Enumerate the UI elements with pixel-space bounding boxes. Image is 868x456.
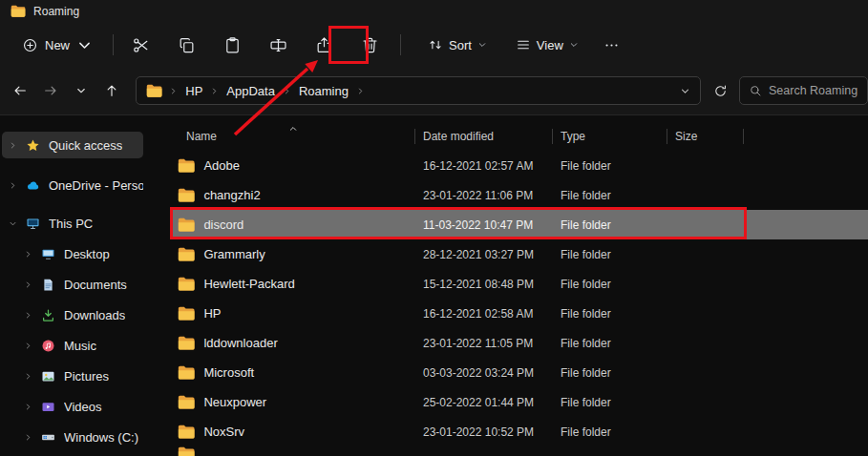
chevron-right-icon xyxy=(23,433,32,442)
column-header-label: Size xyxy=(675,130,697,143)
folder-icon xyxy=(178,247,195,261)
file-row-changzhi2[interactable]: changzhi223-01-2022 11:06 PMFile folder xyxy=(172,180,868,210)
more-options-button[interactable] xyxy=(598,30,626,60)
file-row-microsoft[interactable]: Microsoft03-03-2022 03:24 PMFile folder xyxy=(172,358,868,387)
breadcrumb-hp[interactable]: HP xyxy=(184,84,203,98)
folder-icon xyxy=(178,277,195,291)
sidebar-item-music[interactable]: Music xyxy=(17,332,159,359)
sort-button[interactable]: Sort xyxy=(420,29,495,61)
chevron-right-icon xyxy=(23,280,32,289)
chevron-down-icon xyxy=(477,40,487,50)
file-row-noxsrv[interactable]: NoxSrv23-01-2022 10:52 PMFile folder xyxy=(172,417,868,446)
file-name-cell: NoxSrv xyxy=(172,425,415,439)
sidebar-item-desktop[interactable]: Desktop xyxy=(17,240,159,267)
sidebar-item-downloads[interactable]: Downloads xyxy=(17,301,159,328)
share-icon xyxy=(315,36,333,54)
file-type: File folder xyxy=(553,425,667,439)
sidebar-tree: Quick accessOneDrive - PersorThis PCDesk… xyxy=(0,132,170,450)
file-row-adobe[interactable]: Adobe16-12-2021 02:57 AMFile folder xyxy=(172,151,868,180)
file-name-cell: Neuxpower xyxy=(172,395,415,409)
file-name: changzhi2 xyxy=(203,188,260,202)
chevron-right-icon xyxy=(283,87,291,95)
file-row-hewlett-packard[interactable]: Hewlett-Packard15-12-2021 08:48 PMFile f… xyxy=(172,269,868,299)
chevron-right-icon xyxy=(23,342,32,350)
sidebar-item-label: Music xyxy=(64,339,96,353)
file-type: File folder xyxy=(553,218,667,232)
rename-button[interactable] xyxy=(263,30,293,60)
file-row-discord[interactable]: discord11-03-2022 10:47 PMFile folder xyxy=(172,210,868,239)
file-name-cell: Hewlett-Packard xyxy=(172,277,415,291)
column-header-label: Name xyxy=(186,130,217,143)
drive-icon xyxy=(41,430,55,445)
chevron-down-icon xyxy=(8,219,17,228)
file-row-neuxpower[interactable]: Neuxpower25-02-2022 01:44 PMFile folder xyxy=(172,387,868,417)
column-header-label: Type xyxy=(561,130,585,143)
delete-button[interactable] xyxy=(354,30,385,60)
toolbar-separator xyxy=(400,34,401,55)
refresh-icon xyxy=(713,84,728,98)
file-name: HP xyxy=(203,306,221,321)
up-button[interactable] xyxy=(99,78,124,103)
sort-ascending-icon xyxy=(288,124,298,134)
command-toolbar: New Sort View xyxy=(0,23,868,67)
back-button[interactable] xyxy=(8,78,32,103)
file-name-cell: Microsoft xyxy=(172,365,415,380)
file-name-cell: Grammarly xyxy=(172,247,415,261)
view-button[interactable]: View xyxy=(508,29,586,61)
document-icon xyxy=(41,278,55,292)
cut-button[interactable] xyxy=(125,30,156,60)
file-date: 16-12-2021 02:58 AM xyxy=(415,307,553,321)
search-box[interactable] xyxy=(739,76,868,105)
sidebar-item-label: This PC xyxy=(49,217,93,231)
paste-button[interactable] xyxy=(217,30,247,60)
file-date: 23-01-2022 10:52 PM xyxy=(415,425,553,439)
breadcrumb-appdata[interactable]: AppData xyxy=(225,84,276,98)
navigation-bar: HP AppData Roaming xyxy=(0,67,868,115)
sidebar-item-windows-c[interactable]: Windows (C:) xyxy=(17,424,159,450)
file-date: 28-12-2021 03:27 PM xyxy=(415,248,553,261)
column-header-name[interactable]: Name xyxy=(172,122,415,151)
share-button[interactable] xyxy=(308,30,339,60)
titlebar: Roaming xyxy=(0,0,868,23)
file-name: discord xyxy=(203,218,243,232)
address-dropdown-icon[interactable] xyxy=(680,86,690,96)
file-row-grammarly[interactable]: Grammarly28-12-2021 03:27 PMFile folder xyxy=(172,239,868,269)
trash-icon xyxy=(361,36,379,54)
folder-icon xyxy=(146,84,162,97)
sidebar-item-documents[interactable]: Documents xyxy=(17,271,159,298)
recent-locations-button[interactable] xyxy=(69,78,94,103)
forward-button[interactable] xyxy=(38,78,63,103)
sidebar-item-quick-access[interactable]: Quick access xyxy=(2,132,143,158)
chevron-right-icon xyxy=(8,141,17,150)
sidebar: Quick accessOneDrive - PersorThis PCDesk… xyxy=(0,115,170,456)
sidebar-item-onedrive-persor[interactable]: OneDrive - Persor xyxy=(2,172,143,198)
column-header-date-modified[interactable]: Date modified xyxy=(415,122,553,151)
address-bar[interactable]: HP AppData Roaming xyxy=(136,76,701,105)
sidebar-item-label: Pictures xyxy=(64,369,109,383)
file-rows: Adobe16-12-2021 02:57 AMFile folderchang… xyxy=(172,151,868,456)
picture-icon xyxy=(41,369,55,383)
column-headers: Name Date modified Type Size xyxy=(172,122,868,151)
refresh-button[interactable] xyxy=(707,77,733,104)
copy-button[interactable] xyxy=(171,30,201,60)
file-type: File folder xyxy=(553,248,667,261)
column-header-size[interactable]: Size xyxy=(667,122,744,151)
file-row-hp[interactable]: HP16-12-2021 02:58 AMFile folder xyxy=(172,299,868,328)
file-name: NoxSrv xyxy=(203,425,244,439)
arrow-left-icon xyxy=(12,83,28,98)
folder-icon xyxy=(11,5,26,17)
breadcrumb-roaming[interactable]: Roaming xyxy=(298,84,349,98)
copy-icon xyxy=(178,36,196,54)
column-header-type[interactable]: Type xyxy=(553,122,667,151)
search-input[interactable] xyxy=(769,84,858,97)
file-type: File folder xyxy=(553,307,667,321)
sidebar-item-pictures[interactable]: Pictures xyxy=(17,363,159,389)
file-row-partial[interactable] xyxy=(172,446,868,456)
file-name: Microsoft xyxy=(203,365,254,380)
new-button[interactable]: New xyxy=(11,29,103,61)
sidebar-item-this-pc[interactable]: This PC xyxy=(2,210,143,237)
sidebar-item-label: OneDrive - Persor xyxy=(49,178,143,193)
file-row-lddownloader[interactable]: lddownloader23-01-2022 11:05 PMFile fold… xyxy=(172,328,868,358)
column-header-label: Date modified xyxy=(423,130,494,143)
sidebar-item-videos[interactable]: Videos xyxy=(17,393,159,420)
